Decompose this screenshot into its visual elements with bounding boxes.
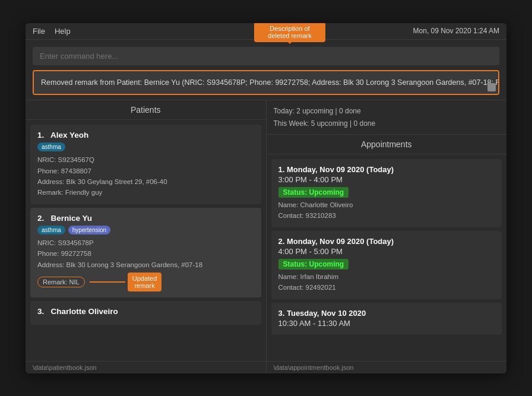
result-text: Removed remark from Patient: Bernice Yu …	[41, 78, 499, 87]
appt-time-3: 10:30 AM - 11:30 AM	[278, 319, 495, 328]
command-input[interactable]	[33, 47, 499, 65]
appointments-header: Appointments	[267, 135, 507, 154]
arrow-line	[90, 281, 125, 283]
patient-name-charlotte: 3. Charlotte Oliveiro	[37, 307, 254, 316]
footer: \data\patientbook.json \data\appointment…	[26, 361, 506, 373]
tag-asthma-2: asthma	[37, 226, 65, 235]
appt-time-2: 4:00 PM - 5:00 PM	[278, 247, 495, 256]
patients-panel: Patients 1. Alex Yeoh asthma NRIC: S9234…	[26, 100, 267, 360]
patient-phone-2: Phone: 99272758	[37, 248, 254, 259]
patient-name-text: Alex Yeoh	[50, 131, 88, 140]
appt-date-2: 2. Monday, Nov 09 2020 (Today)	[278, 237, 495, 246]
patients-header: Patients	[26, 100, 266, 120]
appt-date-1: 1. Monday, Nov 09 2020 (Today)	[278, 165, 495, 174]
stats-bar: Today: 2 upcoming | 0 done This Week: 5 …	[267, 100, 507, 135]
patient-list[interactable]: 1. Alex Yeoh asthma NRIC: S9234567Q Phon…	[26, 120, 266, 360]
patient-remark: Remark: Friendly guy	[37, 187, 254, 198]
patient-number-3: 3.	[37, 307, 44, 316]
menu-items: File Help	[33, 27, 71, 36]
main-content: Patients 1. Alex Yeoh asthma NRIC: S9234…	[26, 100, 506, 360]
annotation-arrow: Updatedremark	[90, 273, 162, 292]
appointment-card-1: 1. Monday, Nov 09 2020 (Today) 3:00 PM -…	[271, 159, 502, 227]
today-stats: Today: 2 upcoming | 0 done	[274, 105, 500, 117]
appt-time-1: 3:00 PM - 4:00 PM	[278, 175, 495, 184]
patient-number-2: 2.	[37, 214, 44, 223]
patient-card-charlotte: 3. Charlotte Oliveiro	[30, 301, 261, 325]
patient-detail: NRIC: S9234567Q Phone: 87438807 Address:…	[37, 154, 254, 198]
menu-file[interactable]: File	[33, 27, 45, 36]
footer-right: \data\appointmentbook.json	[266, 362, 507, 373]
patient-name-bernice: 2. Bernice Yu	[37, 214, 254, 223]
patient-detail-2: NRIC: S9345678P Phone: 99272758 Address:…	[37, 237, 254, 270]
appt-status-1: Status: Upcoming	[278, 187, 349, 198]
menu-help[interactable]: Help	[55, 27, 71, 36]
appointments-panel: Today: 2 upcoming | 0 done This Week: 5 …	[267, 100, 507, 360]
remark-row: Remark: NIL Updatedremark	[37, 273, 254, 292]
patient-tags-2: asthma hypertension	[37, 226, 254, 235]
appointment-list[interactable]: 1. Monday, Nov 09 2020 (Today) 3:00 PM -…	[267, 154, 507, 360]
patient-name-text-3: Charlotte Oliveiro	[51, 307, 118, 316]
deleted-remark-tooltip: Description ofdeleted remark	[254, 23, 325, 42]
patient-card-bernice: 2. Bernice Yu asthma hypertension NRIC: …	[30, 208, 261, 297]
appt-detail-1: Name: Charlotte Oliveiro Contact: 932102…	[278, 199, 495, 221]
appointment-card-2: 2. Monday, Nov 09 2020 (Today) 4:00 PM -…	[271, 231, 502, 299]
week-stats: This Week: 5 upcoming | 0 done	[274, 118, 500, 129]
tag-hypertension: hypertension	[68, 226, 110, 235]
patient-card: 1. Alex Yeoh asthma NRIC: S9234567Q Phon…	[30, 125, 261, 204]
app-window: File Help Mon, 09 Nov 2020 1:24 AM Descr…	[26, 23, 506, 373]
patient-name: 1. Alex Yeoh	[37, 131, 254, 140]
patient-name-text-2: Bernice Yu	[51, 214, 93, 223]
result-box: Removed remark from Patient: Bernice Yu …	[33, 70, 499, 96]
appt-status-2: Status: Upcoming	[278, 259, 349, 270]
updated-remark-label: Updatedremark	[128, 273, 162, 292]
patient-phone: Phone: 87438807	[37, 166, 254, 176]
tag-asthma: asthma	[37, 142, 65, 151]
scroll-indicator	[487, 83, 496, 91]
timestamp: Mon, 09 Nov 2020 1:24 AM	[413, 27, 499, 35]
command-area: Description ofdeleted remark	[26, 40, 506, 70]
patient-tags: asthma	[37, 142, 254, 151]
appt-detail-2: Name: Irfan Ibrahim Contact: 92492021	[278, 271, 495, 293]
footer-left: \data\patientbook.json	[26, 362, 266, 373]
remark-badge: Remark: NIL	[37, 277, 85, 287]
appt-date-3: 3. Tuesday, Nov 10 2020	[278, 309, 495, 318]
patient-address-2: Address: Blk 30 Lorong 3 Serangoon Garde…	[37, 259, 254, 270]
patient-number: 1.	[37, 131, 44, 140]
patient-nric: NRIC: S9234567Q	[37, 154, 254, 165]
patient-address: Address: Blk 30 Geylang Street 29, #06-4…	[37, 176, 254, 187]
appointment-card-3: 3. Tuesday, Nov 10 2020 10:30 AM - 11:30…	[271, 303, 502, 335]
patient-nric-2: NRIC: S9345678P	[37, 237, 254, 248]
